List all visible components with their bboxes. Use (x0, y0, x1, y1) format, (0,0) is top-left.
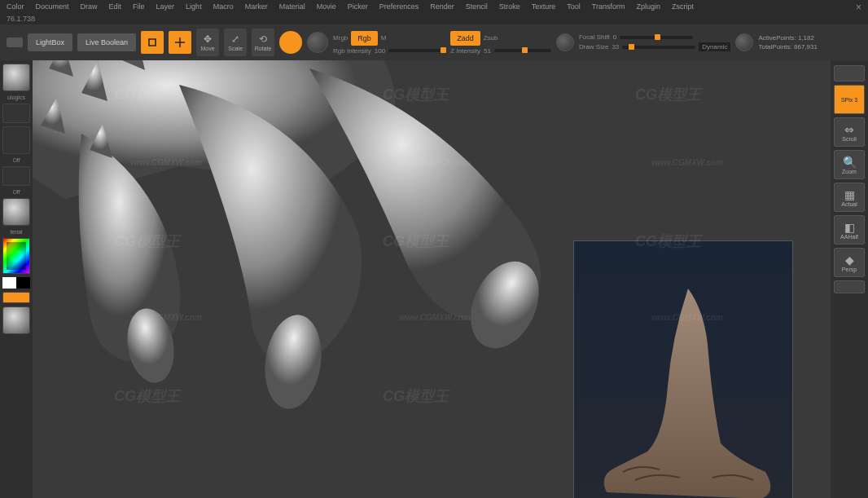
stroke-thumb[interactable] (2, 104, 30, 123)
edit-button[interactable] (141, 31, 164, 54)
main-menu: Color Document Draw Edit File Layer Ligh… (0, 0, 868, 13)
divider-tool[interactable] (834, 65, 865, 82)
rotate-button[interactable]: ⟲Rotate (252, 29, 274, 56)
menu-draw[interactable]: Draw (81, 2, 98, 11)
scroll-tool[interactable]: ⇔Scroll (834, 117, 865, 147)
menu-tool[interactable]: Tool (567, 2, 581, 11)
menu-stroke[interactable]: Stroke (499, 2, 520, 11)
menu-picker[interactable]: Picker (348, 2, 368, 11)
focal-shift-slider[interactable] (620, 36, 693, 39)
draw-button[interactable] (169, 31, 191, 54)
lightbox-button[interactable]: LightBox (28, 33, 72, 51)
zoom-tool[interactable]: 🔍Zoom (834, 150, 865, 179)
liveboolean-button[interactable]: Live Boolean (77, 33, 136, 51)
cursor-icon[interactable] (556, 33, 574, 51)
stats-panel: ActivePoints: 1,182 TotalPoints: 867,931 (758, 34, 818, 51)
rgb-intensity-value: 100 (375, 47, 385, 55)
actual-tool[interactable]: ▦Actual (834, 183, 865, 212)
swatch-white[interactable] (2, 277, 16, 289)
material-thumb[interactable] (2, 198, 30, 226)
m-label[interactable]: M (381, 34, 387, 42)
off1-label: Off (12, 157, 20, 163)
left-sidebar: ologics Off Off terial (0, 60, 33, 498)
gradient-toggle[interactable] (2, 292, 30, 303)
watermark: CG模型王 (635, 85, 701, 104)
reference-window[interactable] (573, 240, 793, 498)
z-intensity-slider[interactable] (494, 49, 551, 52)
rgb-intensity-slider[interactable] (388, 49, 445, 52)
color-picker[interactable] (2, 238, 30, 274)
brush-thumb[interactable] (2, 64, 30, 91)
zsub-label[interactable]: Zsub (484, 34, 498, 42)
gizmo-button[interactable] (279, 31, 302, 54)
home-button[interactable] (7, 37, 23, 47)
material-sphere-icon[interactable] (307, 32, 328, 53)
draw-size-slider[interactable] (622, 46, 695, 49)
menu-transform[interactable]: Transform (592, 2, 625, 11)
move-button[interactable]: ✥Move (196, 29, 219, 56)
sculpt-mesh (33, 60, 635, 443)
menu-preferences[interactable]: Preferences (379, 2, 419, 11)
close-icon[interactable]: × (856, 2, 861, 13)
main-toolbar: LightBox Live Boolean ✥Move ⤢Scale ⟲Rota… (0, 24, 868, 60)
menu-document[interactable]: Document (36, 2, 69, 11)
menu-render[interactable]: Render (430, 2, 454, 11)
menu-file[interactable]: File (133, 2, 145, 11)
viewport-canvas[interactable]: CG模型王 CG模型王 CG模型王 CG模型王 CG模型王 CG模型王 CG模型… (33, 60, 831, 498)
spix-tool[interactable]: SPix 3 (834, 85, 865, 114)
menu-layer[interactable]: Layer (156, 2, 175, 11)
texture-thumb[interactable] (2, 166, 30, 186)
ologics-label: ologics (7, 95, 25, 100)
draw-size-value: 33 (612, 43, 619, 51)
z-intensity-value: 51 (484, 47, 491, 55)
menu-texture[interactable]: Texture (532, 2, 556, 11)
right-sidebar: SPix 3 ⇔Scroll 🔍Zoom ▦Actual ◧AAHalf ◆Pe… (831, 60, 868, 498)
scale-button[interactable]: ⤢Scale (224, 29, 247, 56)
dynamic-label[interactable]: Dynamic (699, 42, 730, 51)
mrgb-label[interactable]: Mrgb (333, 34, 348, 42)
rgb-intensity-label: Rgb Intensity (333, 47, 371, 55)
menu-marker[interactable]: Marker (245, 2, 268, 11)
alpha-thumb[interactable] (2, 126, 30, 154)
persp-tool[interactable]: ◆Persp (834, 248, 865, 277)
menu-movie[interactable]: Movie (317, 2, 336, 11)
menu-light[interactable]: Light (186, 2, 202, 11)
focal-shift-label: Focal Shift (579, 33, 610, 41)
terial-label: terial (10, 229, 22, 235)
z-intensity-label: Z Intensity (450, 47, 480, 55)
menu-zscript[interactable]: Zscript (672, 2, 694, 11)
toggle-tool[interactable] (834, 280, 865, 293)
menu-edit[interactable]: Edit (109, 2, 122, 11)
draw-size-label: Draw Size (579, 43, 608, 51)
menu-color[interactable]: Color (7, 2, 24, 11)
menu-zplugin[interactable]: Zplugin (637, 2, 661, 11)
aahalf-tool[interactable]: ◧AAHalf (834, 215, 865, 245)
brush-size-icon[interactable] (735, 33, 753, 51)
version-label: 76.1.738 (0, 13, 868, 24)
svg-rect-0 (149, 39, 156, 46)
menu-stencil[interactable]: Stencil (466, 2, 488, 11)
reference-foot (590, 289, 778, 498)
tool-thumb[interactable] (2, 306, 30, 334)
menu-material[interactable]: Material (279, 2, 305, 11)
menu-macro[interactable]: Macro (213, 2, 234, 11)
rgb-button[interactable]: Rgb (351, 31, 378, 46)
focal-shift-value: 0 (613, 33, 616, 41)
swatch-black[interactable] (16, 277, 30, 289)
watermark-url: www.CGMXW.com (651, 158, 723, 167)
swatch-row (2, 277, 30, 289)
off2-label: Off (12, 189, 20, 195)
zadd-button[interactable]: Zadd (450, 31, 480, 46)
